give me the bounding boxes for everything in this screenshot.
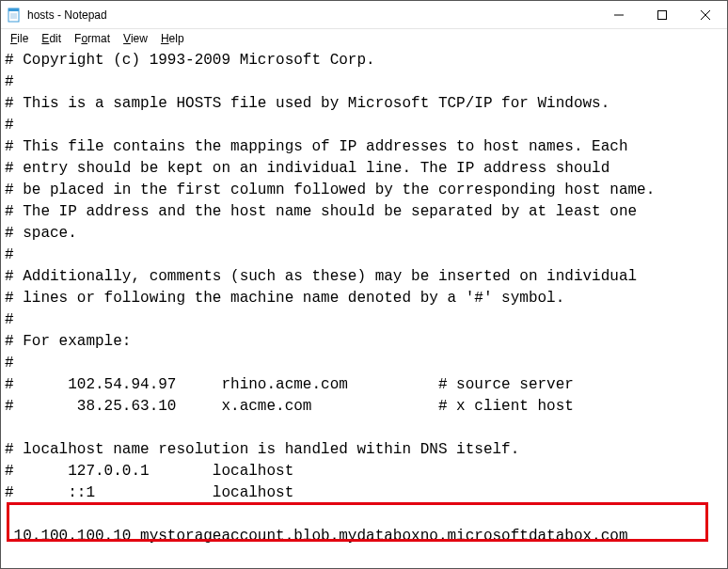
svg-rect-6 bbox=[658, 10, 667, 19]
window-controls bbox=[597, 1, 727, 29]
maximize-button[interactable] bbox=[641, 1, 684, 29]
menu-bar: File Edit Format View Help bbox=[1, 29, 727, 48]
text-editor[interactable]: # Copyright (c) 1993-2009 Microsoft Corp… bbox=[1, 48, 727, 568]
menu-help-rest: elp bbox=[169, 32, 184, 45]
title-bar: hosts - Notepad bbox=[1, 1, 727, 29]
menu-format[interactable]: Format bbox=[69, 30, 116, 47]
close-button[interactable] bbox=[684, 1, 727, 29]
highlighted-entry bbox=[7, 502, 708, 542]
menu-file-rest: ile bbox=[17, 32, 28, 45]
menu-help[interactable]: Help bbox=[155, 30, 190, 47]
menu-edit[interactable]: Edit bbox=[36, 30, 67, 47]
menu-view-rest: iew bbox=[131, 32, 148, 45]
menu-view[interactable]: View bbox=[118, 30, 153, 47]
svg-rect-1 bbox=[8, 8, 19, 11]
minimize-button[interactable] bbox=[597, 1, 641, 29]
menu-format-rest: rmat bbox=[87, 32, 110, 45]
menu-edit-rest: dit bbox=[49, 32, 61, 45]
window-title: hosts - Notepad bbox=[27, 8, 597, 22]
notepad-icon bbox=[7, 8, 22, 23]
menu-file[interactable]: File bbox=[5, 30, 34, 47]
